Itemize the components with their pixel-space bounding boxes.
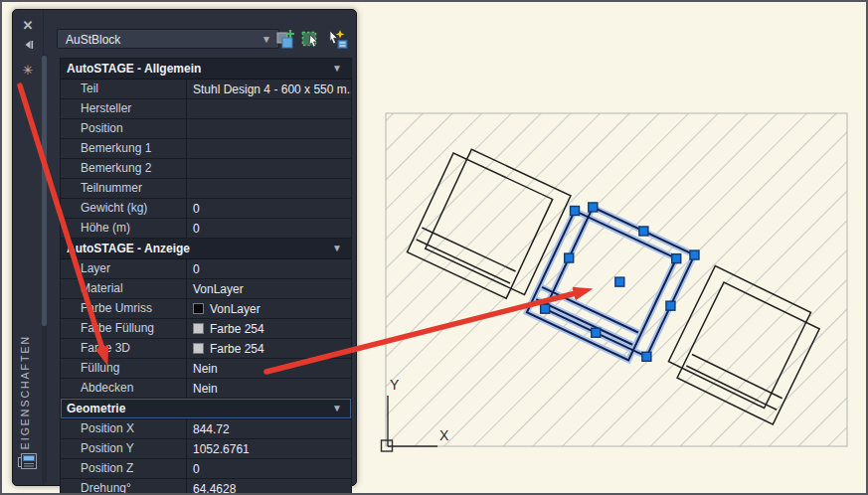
selection-grip[interactable] xyxy=(565,253,574,262)
selection-grip[interactable] xyxy=(571,207,580,216)
toggle-pickadd-icon[interactable] xyxy=(326,29,348,50)
selection-grip[interactable] xyxy=(541,304,550,313)
section-header[interactable]: AutoSTAGE - Anzeige▼ xyxy=(61,239,351,259)
property-value-text: Nein xyxy=(193,380,218,398)
quick-select-icon[interactable] xyxy=(274,29,296,50)
ucs-y-label: Y xyxy=(390,377,400,393)
property-value[interactable]: Stuhl Design 4 - 600 x 550 m... xyxy=(187,80,351,98)
palette-content: AuStBlock ▼ xyxy=(49,10,352,485)
block-selector[interactable]: AuStBlock ▼ xyxy=(57,29,279,49)
property-row[interactable]: FüllungNein xyxy=(61,359,351,379)
property-value[interactable]: 64.4628 xyxy=(187,479,351,495)
property-value[interactable] xyxy=(187,179,351,198)
property-label: Position Z xyxy=(61,459,187,478)
property-label: Höhe (m) xyxy=(61,219,187,238)
property-row[interactable]: Drehung°64.4628 xyxy=(61,479,351,495)
property-row[interactable]: Bemerkung 2 xyxy=(61,159,351,179)
property-label: Layer xyxy=(61,259,187,278)
property-label: Farbe Füllung xyxy=(61,319,187,338)
property-value[interactable]: 0 xyxy=(187,459,351,478)
selection-grip[interactable] xyxy=(666,301,675,310)
palette-toolbar: AuStBlock ▼ xyxy=(57,29,350,51)
chevron-down-icon: ▼ xyxy=(332,239,342,258)
property-value[interactable]: Nein xyxy=(187,379,351,398)
palette-scrollbar[interactable] xyxy=(42,54,47,483)
color-swatch xyxy=(193,303,204,314)
property-row[interactable]: Teilnummer xyxy=(61,179,351,199)
property-label: Gewicht (kg) xyxy=(61,199,187,218)
property-row[interactable]: Farbe UmrissVonLayer xyxy=(61,299,351,319)
property-row[interactable]: Position Y1052.6761 xyxy=(61,439,351,459)
palette-title: EIGENSCHAFTEN xyxy=(19,335,31,449)
property-value[interactable] xyxy=(187,99,351,118)
property-label: Farbe Umriss xyxy=(61,299,187,318)
property-value[interactable]: 1052.6761 xyxy=(187,439,351,458)
property-value-text: 0 xyxy=(193,220,200,238)
property-value[interactable]: Nein xyxy=(187,359,351,378)
property-label: Bemerkung 2 xyxy=(61,159,187,178)
property-row[interactable]: Bemerkung 1 xyxy=(61,139,351,159)
properties-palette: ✕ ✳ EIGENSCHAFTEN xyxy=(12,9,357,486)
property-value[interactable]: 0 xyxy=(187,259,351,278)
property-label: Material xyxy=(61,279,187,298)
property-value-text: Farbe 254 xyxy=(210,340,264,358)
property-value-text: 0 xyxy=(193,260,200,278)
property-row[interactable]: Hersteller xyxy=(61,99,351,119)
property-row[interactable]: AbdeckenNein xyxy=(61,379,351,399)
property-value-text: VonLayer xyxy=(193,280,244,298)
section-title: AutoSTAGE - Allgemein xyxy=(67,62,201,76)
property-label: Teil xyxy=(61,80,187,98)
property-label: Position X xyxy=(61,419,187,438)
property-value[interactable] xyxy=(187,139,351,158)
selection-grip[interactable] xyxy=(690,250,699,259)
property-value-text: Nein xyxy=(193,360,218,378)
property-label: Drehung° xyxy=(61,479,187,495)
property-value[interactable] xyxy=(187,159,351,178)
scrollbar-thumb[interactable] xyxy=(42,56,47,326)
settings-icon[interactable]: ✳ xyxy=(13,61,43,81)
property-value[interactable]: VonLayer xyxy=(187,299,351,318)
property-label: Abdecken xyxy=(61,379,187,398)
property-row[interactable]: MaterialVonLayer xyxy=(61,279,351,299)
selection-grip[interactable] xyxy=(639,227,648,236)
property-value[interactable]: 0 xyxy=(187,219,351,238)
property-row[interactable]: Layer0 xyxy=(61,259,351,279)
section-header[interactable]: Geometrie▼ xyxy=(61,399,351,419)
color-swatch xyxy=(193,323,204,334)
property-row[interactable]: Position Z0 xyxy=(61,459,351,479)
property-value-text: 844.72 xyxy=(193,420,230,438)
property-value-text: 64.4628 xyxy=(193,480,236,495)
property-value[interactable]: 0 xyxy=(187,199,351,218)
property-row[interactable]: Farbe 3DFarbe 254 xyxy=(61,339,351,359)
property-row[interactable]: Position xyxy=(61,119,351,139)
selection-grip[interactable] xyxy=(642,352,651,361)
block-selector-value: AuStBlock xyxy=(66,33,120,47)
section-title: Geometrie xyxy=(67,402,125,415)
property-row[interactable]: Farbe FüllungFarbe 254 xyxy=(61,319,351,339)
property-value[interactable]: VonLayer xyxy=(187,279,351,298)
section-header[interactable]: AutoSTAGE - Allgemein▼ xyxy=(61,59,351,80)
property-label: Position Y xyxy=(61,439,187,458)
property-row[interactable]: Position X844.72 xyxy=(61,419,351,439)
property-label: Farbe 3D xyxy=(61,339,187,358)
close-icon[interactable]: ✕ xyxy=(13,16,43,36)
selection-grip[interactable] xyxy=(672,254,681,263)
property-row[interactable]: Gewicht (kg)0 xyxy=(61,199,351,219)
property-label: Position xyxy=(61,119,187,138)
property-row[interactable]: Höhe (m)0 xyxy=(61,219,351,239)
autohide-icon[interactable] xyxy=(13,39,43,59)
property-value[interactable] xyxy=(187,119,351,138)
property-row[interactable]: TeilStuhl Design 4 - 600 x 550 m... xyxy=(61,80,351,99)
selection-grip[interactable] xyxy=(592,328,601,337)
selection-grip[interactable] xyxy=(589,203,598,212)
property-label: Füllung xyxy=(61,359,187,378)
property-value[interactable]: 844.72 xyxy=(187,419,351,438)
property-value[interactable]: Farbe 254 xyxy=(187,319,351,338)
property-value-text: Farbe 254 xyxy=(210,320,264,338)
select-objects-icon[interactable] xyxy=(300,29,322,50)
property-value[interactable]: Farbe 254 xyxy=(187,339,351,358)
properties-palette-icon xyxy=(18,453,37,473)
property-value-text: Stuhl Design 4 - 600 x 550 m... xyxy=(193,81,351,98)
selection-grip[interactable] xyxy=(615,277,624,286)
palette-titlebar: ✕ ✳ EIGENSCHAFTEN xyxy=(13,10,44,485)
